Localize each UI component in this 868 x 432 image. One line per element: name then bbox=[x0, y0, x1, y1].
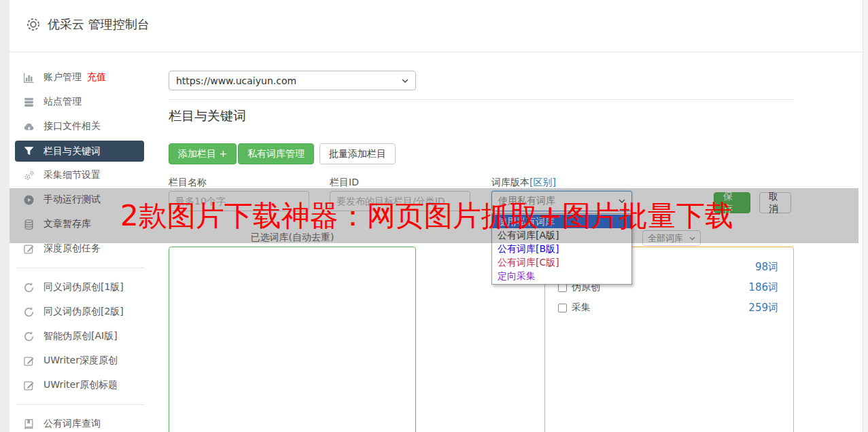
book-icon bbox=[23, 418, 35, 430]
ad-banner-overlay: 2款图片下载神器：网页图片抓取+图片批量下载 bbox=[10, 188, 858, 243]
refresh-icon bbox=[23, 282, 35, 293]
sidebar-item-label: 同义词伪原创[1版] bbox=[44, 281, 124, 293]
server-icon bbox=[23, 96, 35, 108]
bar-chart-icon bbox=[23, 72, 35, 84]
column-id-label: 栏目ID bbox=[330, 177, 359, 189]
sidebar-item[interactable]: 栏目与关键词 bbox=[15, 141, 144, 162]
sidebar-item-label: UWriter深度原创 bbox=[44, 355, 118, 367]
scrollbar-track[interactable] bbox=[863, 0, 868, 432]
app-header: 优采云 管理控制台 bbox=[10, 0, 863, 52]
sidebar-divider bbox=[16, 404, 144, 405]
sidebar-item-label: 同义词伪原创[2版] bbox=[44, 306, 124, 318]
thesaurus-version-label: 词库版本[区别] bbox=[491, 177, 556, 189]
sidebar-item[interactable]: 站点管理 bbox=[15, 90, 144, 114]
sidebar-item[interactable]: 采集细节设置 bbox=[15, 163, 144, 187]
sidebar-item-label: 采集细节设置 bbox=[44, 169, 101, 181]
gears-icon bbox=[23, 170, 35, 181]
selected-words-box[interactable] bbox=[169, 247, 416, 432]
thesaurus-version-label-text: 词库版本 bbox=[491, 177, 530, 187]
site-select-value: https://www.ucaiyun.com bbox=[176, 75, 296, 86]
sidebar-item[interactable]: 同义词伪原创[1版] bbox=[15, 275, 144, 300]
word-count: 186词 bbox=[748, 281, 778, 294]
batch-add-button[interactable]: 批量添加栏目 bbox=[319, 143, 396, 164]
sidebar-item-label: 账户管理 bbox=[44, 71, 82, 84]
app-title: 优采云 管理控制台 bbox=[48, 16, 150, 33]
word-count: 98词 bbox=[755, 261, 778, 274]
sidebar-item-label: UWriter原创标题 bbox=[44, 379, 118, 391]
sidebar-item-label: 接口文件相关 bbox=[44, 120, 101, 132]
gear-icon bbox=[26, 17, 41, 32]
word-label: 采集 bbox=[572, 302, 591, 314]
word-checkbox[interactable] bbox=[558, 304, 567, 312]
ad-banner-text: 2款图片下载神器：网页图片抓取+图片批量下载 bbox=[120, 197, 733, 235]
sidebar-item[interactable]: 同义词伪原创[2版] bbox=[15, 300, 144, 324]
sidebar: 账户管理充值站点管理接口文件相关栏目与关键词采集细节设置手动运行测试文章暂存库深… bbox=[15, 65, 144, 432]
page: 优采云 管理控制台 账户管理充值站点管理接口文件相关栏目与关键词采集细节设置手动… bbox=[0, 0, 868, 432]
site-select[interactable]: https://www.ucaiyun.com bbox=[169, 71, 416, 90]
sidebar-item[interactable]: 公有词库查询 bbox=[15, 412, 144, 432]
sidebar-item[interactable]: UWriter深度原创 bbox=[15, 348, 144, 373]
word-count: 259词 bbox=[748, 302, 778, 314]
sidebar-item[interactable]: 接口文件相关 bbox=[15, 114, 144, 139]
sidebar-item-label: 公有词库查询 bbox=[44, 418, 101, 430]
private-thesaurus-button[interactable]: 私有词库管理 bbox=[238, 143, 314, 164]
recharge-badge[interactable]: 充值 bbox=[87, 71, 106, 84]
dropdown-option[interactable]: 定向采集 bbox=[492, 269, 631, 283]
sidebar-item-label: 智能伪原创[AI版] bbox=[44, 330, 118, 342]
refresh-icon bbox=[23, 331, 35, 342]
sidebar-item-label: 站点管理 bbox=[44, 96, 82, 108]
column-name-label: 栏目名称 bbox=[169, 177, 207, 189]
sidebar-item-label: 深度原创任务 bbox=[44, 242, 101, 255]
dropdown-option[interactable]: 公有词库[B版] bbox=[492, 242, 631, 255]
dropdown-option[interactable]: 公有词库[C版] bbox=[492, 255, 631, 269]
sidebar-divider bbox=[16, 268, 144, 268]
edit-icon bbox=[23, 355, 35, 367]
cloud-upload-icon bbox=[23, 121, 35, 132]
sidebar-item[interactable]: 账户管理充值 bbox=[15, 65, 144, 90]
sidebar-item-label: 栏目与关键词 bbox=[44, 145, 101, 158]
section-divider bbox=[169, 99, 794, 100]
add-column-button[interactable]: 添加栏目 + bbox=[169, 143, 237, 164]
version-diff-link[interactable]: [区别] bbox=[530, 177, 556, 187]
sidebar-item[interactable]: 智能伪原创[AI版] bbox=[15, 324, 144, 348]
chevron-down-icon bbox=[402, 79, 409, 83]
funnel-icon bbox=[23, 145, 35, 157]
page-title: 栏目与关键词 bbox=[169, 107, 246, 125]
refresh-icon bbox=[23, 306, 35, 318]
sidebar-item[interactable]: UWriter原创标题 bbox=[15, 373, 144, 397]
edit-icon bbox=[23, 380, 35, 391]
word-row: 采集259词 bbox=[545, 300, 793, 315]
edit-icon bbox=[23, 243, 35, 255]
